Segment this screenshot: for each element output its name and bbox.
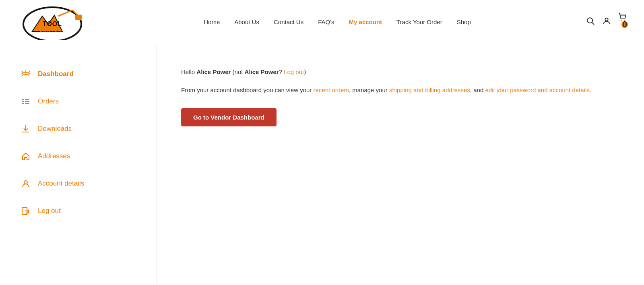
hello-message: Hello Alice Power (not Alice Power? Log … xyxy=(181,68,620,75)
hello-prefix: Hello xyxy=(181,68,196,75)
not-text: (not xyxy=(231,68,244,75)
nav-myaccount[interactable]: My account xyxy=(349,19,382,25)
search-icon[interactable] xyxy=(586,17,595,28)
svg-rect-5 xyxy=(76,15,81,19)
user-icon[interactable] xyxy=(602,17,611,28)
sidebar-account-details-label: Account details xyxy=(38,180,84,188)
sidebar-item-dashboard[interactable]: Dashboard xyxy=(20,68,136,80)
logout-link[interactable]: Log out xyxy=(284,68,304,75)
addresses-icon xyxy=(20,151,31,162)
header-icons: 0 xyxy=(586,13,628,31)
downloads-icon xyxy=(20,123,31,134)
svg-point-10 xyxy=(605,18,608,21)
hello-username2: Alice Power xyxy=(245,68,279,75)
sidebar-item-downloads[interactable]: Downloads xyxy=(20,123,136,134)
vendor-dashboard-button[interactable]: Go to Vendor Dashboard xyxy=(181,108,277,126)
hello-username: Alice Power xyxy=(196,68,231,75)
account-details-icon xyxy=(20,178,31,189)
edit-password-link[interactable]: edit your password and account details xyxy=(485,87,589,93)
nav-about[interactable]: About Us xyxy=(234,19,259,25)
sidebar-item-logout[interactable]: Log out xyxy=(20,205,136,217)
svg-point-26 xyxy=(24,181,27,184)
main-layout: Dashboard Orders xyxy=(0,44,644,285)
sidebar: Dashboard Orders xyxy=(0,44,157,285)
dashboard-icon xyxy=(20,68,31,80)
svg-line-3 xyxy=(58,10,72,16)
desc-part1: From your account dashboard you can view… xyxy=(181,87,314,93)
sidebar-logout-label: Log out xyxy=(38,207,61,215)
logout-icon xyxy=(20,205,31,217)
desc-part4: . xyxy=(590,87,591,93)
recent-orders-link[interactable]: recent orders xyxy=(314,87,349,93)
nav-shop[interactable]: Shop xyxy=(457,19,471,25)
sidebar-item-addresses[interactable]: Addresses xyxy=(20,151,136,162)
svg-text:TOOL: TOOL xyxy=(43,21,62,27)
cart-icon-wrapper[interactable]: 0 xyxy=(618,13,628,31)
svg-line-24 xyxy=(23,153,26,156)
desc-part2: , manage your xyxy=(349,87,389,93)
svg-line-9 xyxy=(592,22,594,24)
nav-home[interactable]: Home xyxy=(204,19,220,25)
main-nav: Home About Us Contact Us FAQ's My accoun… xyxy=(89,19,586,25)
svg-line-25 xyxy=(26,153,29,156)
nav-track[interactable]: Track Your Order xyxy=(396,19,442,25)
nav-contact[interactable]: Contact Us xyxy=(274,19,303,25)
close-paren: ) xyxy=(304,68,306,75)
sidebar-dashboard-label: Dashboard xyxy=(38,70,74,78)
logo[interactable]: TOOL UNIVERSE xyxy=(16,4,89,40)
sidebar-addresses-label: Addresses xyxy=(38,152,70,160)
sidebar-orders-label: Orders xyxy=(38,97,59,105)
orders-icon xyxy=(20,96,31,107)
cart-badge: 0 xyxy=(621,21,628,28)
site-header: TOOL UNIVERSE Home About Us Contact Us F… xyxy=(0,0,644,44)
main-content: Hello Alice Power (not Alice Power? Log … xyxy=(157,44,644,285)
svg-line-31 xyxy=(26,213,27,215)
svg-line-15 xyxy=(29,71,30,72)
shipping-billing-link[interactable]: shipping and billing addresses xyxy=(389,87,470,93)
sidebar-item-orders[interactable]: Orders xyxy=(20,96,136,107)
svg-line-14 xyxy=(22,71,23,72)
nav-faqs[interactable]: FAQ's xyxy=(318,19,334,25)
desc-part3: , and xyxy=(470,87,485,93)
svg-text:UNIVERSE: UNIVERSE xyxy=(40,29,65,33)
sidebar-item-account-details[interactable]: Account details xyxy=(20,178,136,189)
svg-point-8 xyxy=(587,18,592,23)
sidebar-downloads-label: Downloads xyxy=(38,125,72,133)
account-description: From your account dashboard you can view… xyxy=(181,85,620,95)
